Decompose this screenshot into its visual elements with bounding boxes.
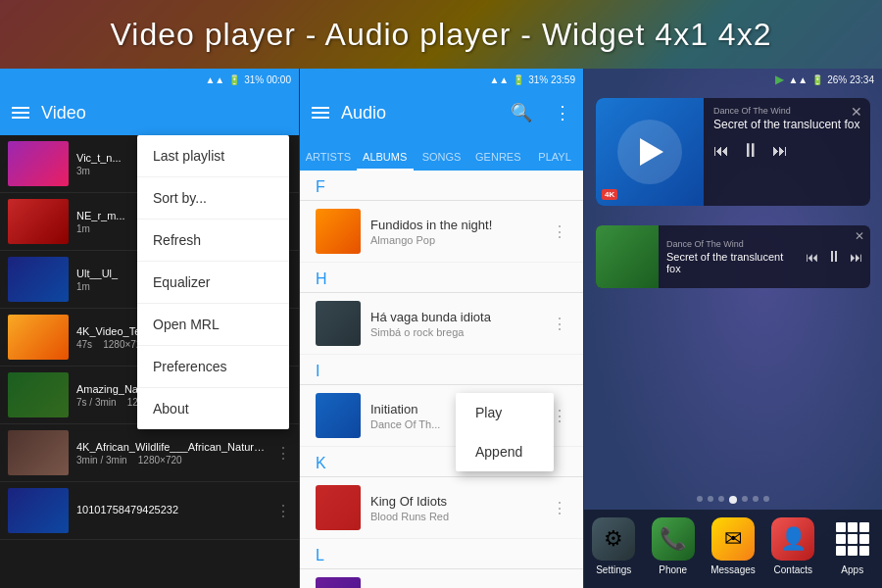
video-thumbnail: [8, 430, 69, 475]
dock-item-apps[interactable]: Apps: [831, 517, 874, 575]
album-art: [316, 209, 361, 254]
battery-icon: 🔋: [228, 74, 240, 85]
video-status-time: 31% 00:00: [244, 74, 291, 85]
small-next-button[interactable]: ⏭: [850, 250, 862, 265]
audio-list-item[interactable]: Fundidos in the night! Almango Pop ⋮: [300, 201, 583, 263]
audio-tabs: ARTISTS ALBUMS SONGS GENRES PLAYL: [300, 135, 583, 171]
context-menu-append[interactable]: Append: [456, 432, 554, 471]
dock-item-settings[interactable]: ⚙ Settings: [592, 517, 635, 575]
audio-hamburger-icon[interactable]: [312, 107, 329, 119]
page-dots: [584, 496, 882, 504]
widget-album-background: 4K: [596, 98, 704, 206]
dock-item-contacts[interactable]: 👤 Contacts: [771, 517, 814, 575]
dock-label-settings: Settings: [596, 564, 631, 575]
audio-list-item[interactable]: Há vaga bunda idiota Simbá o rock brega …: [300, 293, 583, 355]
menu-item-sort-by[interactable]: Sort by...: [137, 177, 289, 220]
tab-albums[interactable]: ALBUMS: [357, 151, 414, 171]
play-pause-button[interactable]: ⏸: [741, 139, 760, 162]
audio-item-more-icon[interactable]: ⋮: [552, 222, 567, 241]
audio-item-sub: Simbá o rock brega: [370, 326, 552, 338]
small-prev-button[interactable]: ⏮: [806, 250, 818, 265]
widget-artist: Dance Of The Wind: [713, 106, 862, 116]
apps-icon: [831, 517, 874, 561]
audio-list-item[interactable]: King Of Idiots Blood Runs Red ⋮: [300, 477, 583, 539]
phone-icon: 📞: [652, 517, 695, 561]
screen-widget: ▶ ▲▲ 🔋 26% 23:34 4K Dance Of The Wind Se…: [583, 69, 882, 588]
video-meta: 3min / 3min 1280×720: [76, 455, 268, 466]
video-dropdown-menu: Last playlist Sort by... Refresh Equaliz…: [137, 135, 289, 429]
dock-label-contacts: Contacts: [774, 564, 812, 575]
section-header-f: F: [300, 171, 583, 201]
apps-grid-icon: [832, 518, 873, 560]
signal-icon: ▲▲: [205, 74, 224, 85]
audio-status-bar: ▲▲ 🔋 31% 23:59: [300, 69, 583, 90]
audio-item-sub: Blood Runs Red: [370, 511, 552, 522]
dock-item-phone[interactable]: 📞 Phone: [652, 517, 695, 575]
messages-icon: ✉: [711, 517, 755, 561]
tab-playlist[interactable]: PLAYL: [526, 151, 583, 171]
video-status-bar: ▲▲ 🔋 31% 00:00: [0, 69, 299, 90]
video-more-icon[interactable]: ⋮: [275, 502, 291, 520]
widget-small-close-button[interactable]: ✕: [855, 229, 864, 243]
menu-item-refresh[interactable]: Refresh: [137, 220, 289, 262]
audio-item-more-icon[interactable]: ⋮: [552, 315, 567, 333]
audio-item-title: Há vaga bunda idiota: [370, 310, 552, 324]
video-name: 4K_African_Wildlife___African_Nature_Sho…: [76, 441, 268, 453]
album-art: [316, 301, 361, 346]
page-dot: [708, 496, 713, 502]
audio-list-item-initiation[interactable]: Initiation Dance Of Th... ⋮ Play Append: [300, 385, 583, 447]
widget-status-bar: ▶ ▲▲ 🔋 26% 23:34: [584, 69, 882, 90]
hamburger-menu-icon[interactable]: [12, 107, 29, 119]
settings-icon: ⚙: [592, 517, 635, 561]
tab-genres[interactable]: GENRES: [469, 151, 526, 171]
page-dot: [753, 496, 759, 502]
audio-item-more-icon[interactable]: ⋮: [552, 499, 567, 517]
play-triangle-icon: [640, 138, 663, 166]
tab-songs[interactable]: SONGS: [414, 151, 470, 171]
album-art: [316, 577, 361, 588]
video-list-item[interactable]: 4K_African_Wildlife___African_Nature_Sho…: [0, 424, 299, 482]
dock-label-messages: Messages: [710, 564, 756, 575]
dock-item-messages[interactable]: ✉ Messages: [710, 517, 756, 575]
widget-track-title: Secret of the translucent fox: [713, 118, 862, 131]
audio-item-title: King Of Idiots: [370, 494, 552, 509]
signal-icon: ▲▲: [489, 74, 509, 85]
audio-more-icon[interactable]: ⋮: [554, 102, 571, 123]
widget-small-thumbnail: [596, 225, 659, 288]
widget-controls: ⏮ ⏸ ⏭: [713, 139, 862, 162]
prev-button[interactable]: ⏮: [713, 142, 729, 160]
video-app-title: Video: [41, 103, 287, 123]
page-dot: [763, 496, 769, 502]
audio-context-menu: Play Append: [456, 393, 554, 471]
page-dot-active: [729, 496, 737, 504]
video-thumbnail: [8, 257, 69, 302]
menu-item-last-playlist[interactable]: Last playlist: [137, 135, 289, 177]
title-bar: Video player - Audio player - Widget 4x1…: [0, 0, 882, 69]
audio-search-icon[interactable]: 🔍: [511, 102, 532, 123]
video-more-icon[interactable]: ⋮: [275, 444, 291, 463]
dock-label-apps: Apps: [841, 564, 863, 575]
menu-item-preferences[interactable]: Preferences: [137, 346, 289, 388]
context-menu-play[interactable]: Play: [456, 393, 554, 432]
video-list-item[interactable]: 10101758479425232 ⋮: [0, 482, 299, 540]
menu-item-about[interactable]: About: [137, 388, 289, 429]
page-dot: [718, 496, 724, 502]
widget-status-time: 26% 23:34: [827, 74, 874, 85]
audio-item-more-icon[interactable]: ⋮: [552, 407, 567, 425]
small-play-pause-button[interactable]: ⏸: [826, 248, 842, 266]
tab-artists[interactable]: ARTISTS: [300, 151, 357, 171]
menu-item-open-mrl[interactable]: Open MRL: [137, 304, 289, 346]
audio-app-bar: Audio 🔍 ⋮: [300, 90, 583, 135]
screen-audio: ▲▲ 🔋 31% 23:59 Audio 🔍 ⋮ ARTISTS ALBUMS …: [299, 69, 583, 588]
dock: ⚙ Settings 📞 Phone ✉ Messages 👤 Contacts: [584, 510, 882, 588]
play-indicator-icon: ▶: [775, 73, 784, 86]
widget-play-overlay[interactable]: [617, 120, 682, 184]
widget-small-title: Secret of the translucent fox: [666, 251, 798, 274]
next-button[interactable]: ⏭: [772, 142, 788, 160]
widget-large-close-button[interactable]: ✕: [851, 104, 862, 120]
video-app-bar: Video: [0, 90, 299, 135]
video-thumbnail: [8, 372, 69, 417]
menu-item-equalizer[interactable]: Equalizer: [137, 262, 289, 304]
audio-list-item[interactable]: Lalala ⋮: [300, 569, 583, 588]
page-title: Video player - Audio player - Widget 4x1…: [111, 17, 772, 53]
